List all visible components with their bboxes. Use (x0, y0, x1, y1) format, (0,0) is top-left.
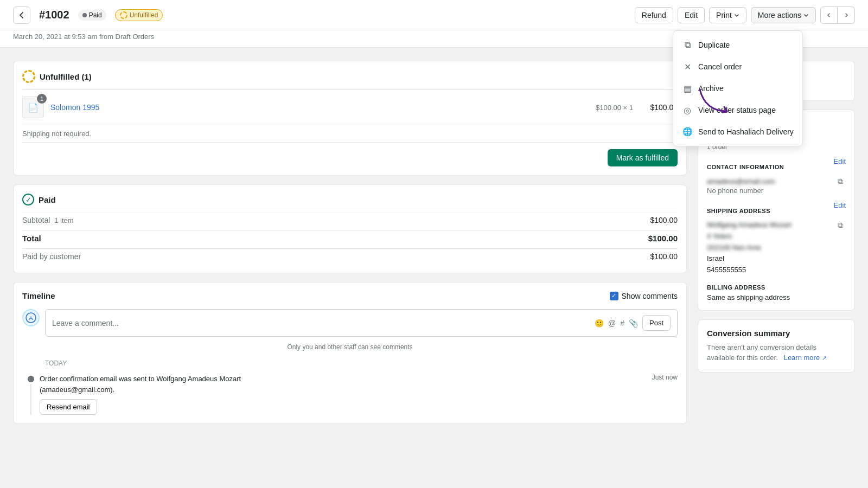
show-comments-toggle[interactable]: ✓ Show comments (610, 292, 678, 300)
timeline-event-dot (28, 376, 34, 382)
comment-placeholder[interactable]: Leave a comment... (52, 319, 590, 328)
timeline-event-row: Order confirmation email was sent to Wol… (22, 374, 678, 415)
paid-by-amount: $100.00 (650, 252, 678, 261)
paid-badge: Paid (78, 10, 106, 21)
document-icon: 📄 (28, 102, 39, 113)
shipping-phone: 5455555555 (707, 265, 792, 276)
comment-icons: 🙂 @ # 📎 (595, 319, 638, 328)
archive-icon: ▤ (682, 83, 693, 94)
timeline-title: Timeline (22, 291, 55, 300)
dropdown-item-archive[interactable]: ▤ Archive (673, 78, 802, 99)
mark-fulfilled-row: Mark as fulfilled (22, 142, 678, 166)
more-actions-dropdown: ⧉ Duplicate ✕ Cancel order ▤ Archive ◎ V… (673, 30, 803, 146)
attachment-icon[interactable]: 📎 (629, 319, 638, 328)
post-button[interactable]: Post (642, 315, 671, 331)
refund-button[interactable]: Refund (635, 7, 673, 23)
shipping-note: Shipping not required. (22, 125, 678, 142)
learn-more-link[interactable]: Learn more ↗ (782, 354, 827, 362)
total-label: Total (22, 234, 41, 243)
more-actions-button[interactable]: More actions (751, 7, 816, 23)
dropdown-item-hashaliach[interactable]: 🌐 Send to Hashaliach Delivery (673, 121, 802, 143)
no-phone-text: No phone number (707, 187, 846, 195)
copy-email-icon[interactable]: ⧉ (835, 176, 846, 187)
conversion-title: Conversion summary (707, 329, 846, 338)
unfulfilled-badge: Unfulfilled (115, 9, 163, 21)
nav-arrows (820, 7, 855, 24)
show-comments-label: Show comments (622, 292, 678, 300)
left-column: Unfulfilled (1) 📄 1 Solomon 1995 $100.00… (13, 61, 687, 424)
header-actions: Refund Edit Print More actions (635, 7, 855, 24)
conversion-card: Conversion summary There aren't any conv… (698, 319, 855, 373)
user-avatar (22, 309, 40, 326)
edit-button[interactable]: Edit (678, 7, 705, 23)
paid-title: Paid (39, 195, 56, 204)
resend-email-button[interactable]: Resend email (40, 399, 97, 415)
conversion-text: There aren't any conversion details avai… (707, 342, 846, 363)
next-order-button[interactable] (838, 7, 855, 24)
timeline-event-content: Order confirmation email was sent to Wol… (40, 374, 678, 415)
billing-same-text: Same as shipping address (707, 293, 846, 301)
comment-note: Only you and other staff can see comment… (22, 343, 678, 351)
subtotal-row: Subtotal 1 item $100.00 (22, 212, 678, 228)
comment-input-row: Leave a comment... 🙂 @ # 📎 Post (22, 309, 678, 337)
shipping-address-country: Israel (707, 253, 792, 265)
unfulfilled-header: Unfulfilled (1) (22, 70, 678, 83)
edit-shipping-button[interactable]: Edit (834, 201, 846, 209)
paid-status-icon: ✓ (22, 194, 34, 206)
arrow-pointer (694, 84, 738, 118)
billing-section-label: Billing address (707, 284, 765, 291)
mention-icon[interactable]: @ (608, 319, 616, 328)
order-number: #1002 (39, 9, 69, 21)
shipping-address-name: Wolfgang Amadeus Mozart (707, 220, 792, 231)
duplicate-icon: ⧉ (682, 40, 693, 50)
prev-order-button[interactable] (820, 7, 838, 24)
total-row: Total $100.00 (22, 230, 678, 246)
timeline-event-text: Order confirmation email was sent to Wol… (40, 374, 241, 395)
mark-as-fulfilled-button[interactable]: Mark as fulfilled (608, 149, 678, 166)
line-item: 📄 1 Solomon 1995 $100.00 × 1 $100.00 (22, 89, 678, 125)
unfulfilled-title: Unfulfilled (1) (40, 72, 92, 81)
dropdown-item-cancel[interactable]: ✕ Cancel order (673, 56, 802, 78)
timeline-card: Timeline ✓ Show comments (13, 282, 687, 424)
timeline-header: Timeline ✓ Show comments (22, 291, 678, 300)
item-quantity-badge: 1 (37, 94, 47, 104)
item-thumbnail: 📄 1 (22, 97, 44, 118)
dropdown-item-duplicate[interactable]: ⧉ Duplicate (673, 34, 802, 56)
back-button[interactable] (13, 7, 30, 24)
hashaliach-icon: 🌐 (682, 126, 693, 137)
dropdown-item-view-status[interactable]: ◎ View order status page (673, 99, 802, 121)
hashtag-icon[interactable]: # (620, 319, 624, 328)
subtotal-amount: $100.00 (650, 216, 678, 224)
unfulfilled-status-icon (22, 70, 35, 83)
total-amount: $100.00 (648, 234, 678, 243)
emoji-icon[interactable]: 🙂 (595, 319, 604, 328)
print-button[interactable]: Print (709, 7, 746, 23)
contact-section-label: Contact information (707, 164, 784, 170)
item-price-per: $100.00 × 1 (596, 104, 633, 112)
paid-by-row: Paid by customer $100.00 (22, 248, 678, 264)
shipping-address-line2: 4 Yelem (707, 231, 792, 242)
svg-point-1 (30, 316, 32, 318)
view-status-icon: ◎ (682, 105, 693, 115)
paid-header: ✓ Paid (22, 194, 678, 206)
billing-section: Billing address Same as shipping address (707, 282, 846, 301)
copy-address-icon[interactable]: ⧉ (835, 220, 846, 230)
shipping-address-line3: 202100 Nes Ame (707, 242, 792, 254)
shipping-section-label: Shipping address (707, 208, 770, 214)
external-link-icon: ↗ (822, 355, 827, 361)
cancel-icon: ✕ (682, 61, 693, 72)
subtotal-label: Subtotal 1 item (22, 216, 74, 224)
show-comments-checkbox[interactable]: ✓ (610, 292, 618, 300)
customer-email: amadeus@email.com (707, 177, 775, 185)
item-name[interactable]: Solomon 1995 (50, 103, 589, 112)
paid-card: ✓ Paid Subtotal 1 item $100.00 Total $10… (13, 184, 687, 273)
edit-contact-button[interactable]: Edit (834, 157, 846, 165)
page: #1002 Paid Unfulfilled Refund Edit Print… (0, 0, 868, 488)
header: #1002 Paid Unfulfilled Refund Edit Print… (0, 0, 868, 30)
paid-by-label: Paid by customer (22, 252, 81, 261)
timeline-event-time: Just now (652, 374, 678, 381)
item-total: $100.00 (640, 103, 678, 112)
unfulfilled-card: Unfulfilled (1) 📄 1 Solomon 1995 $100.00… (13, 61, 687, 176)
timeline-today-label: TODAY (22, 359, 678, 367)
